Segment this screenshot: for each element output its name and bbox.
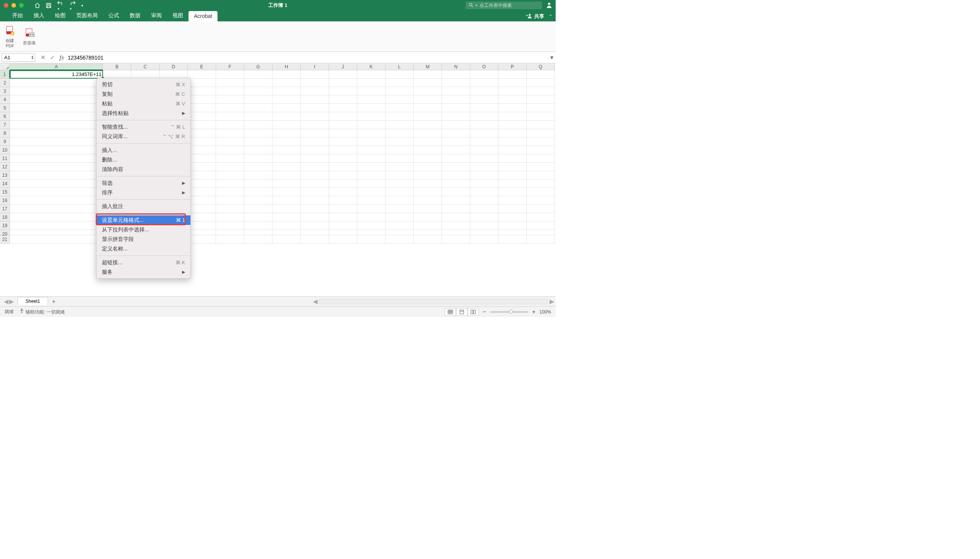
cell[interactable] [216, 79, 244, 87]
cell[interactable] [498, 87, 526, 96]
cell[interactable] [329, 137, 357, 146]
cell[interactable] [498, 79, 526, 87]
cell[interactable] [188, 112, 216, 121]
cell[interactable] [414, 154, 442, 163]
cell[interactable] [244, 188, 272, 196]
cell[interactable] [414, 96, 442, 104]
name-box[interactable]: A1 ▲▼ [2, 53, 35, 62]
cell[interactable] [470, 129, 498, 137]
cell[interactable] [10, 171, 103, 179]
tab-acrobat[interactable]: Acrobat [188, 11, 218, 22]
cell[interactable] [329, 70, 357, 79]
zoom-in-button[interactable]: + [532, 309, 535, 315]
context-menu-item[interactable]: 剪切⌘ X [97, 80, 190, 89]
cell[interactable] [188, 146, 216, 154]
cell[interactable] [498, 171, 526, 179]
cell[interactable] [526, 163, 555, 171]
cell[interactable] [244, 235, 272, 244]
cell[interactable] [357, 171, 385, 179]
cell[interactable] [498, 213, 526, 222]
cell[interactable] [414, 163, 442, 171]
cell[interactable] [385, 163, 414, 171]
zoom-slider-thumb[interactable] [509, 310, 513, 314]
cell[interactable] [526, 87, 555, 96]
cell[interactable] [272, 230, 301, 235]
cell[interactable] [442, 87, 470, 96]
column-header[interactable]: D [160, 63, 188, 70]
context-menu-item[interactable]: 选择性粘贴▶ [97, 108, 190, 118]
zoom-slider[interactable] [490, 311, 528, 313]
cell[interactable] [526, 235, 555, 244]
cell[interactable] [244, 196, 272, 205]
context-menu-item[interactable]: 插入... [97, 146, 190, 155]
formula-input[interactable]: 123456789101 [64, 55, 548, 61]
cell[interactable] [442, 222, 470, 230]
cell[interactable] [216, 196, 244, 205]
cell[interactable] [498, 179, 526, 188]
ribbon-collapse-icon[interactable]: ⌃ [549, 14, 553, 19]
cell[interactable] [329, 235, 357, 244]
context-menu-item[interactable]: 定义名称... [97, 244, 190, 253]
cancel-formula-icon[interactable]: ✕ [40, 54, 45, 61]
profile-icon[interactable] [546, 2, 553, 10]
cell[interactable] [10, 121, 103, 129]
column-header[interactable]: J [329, 63, 357, 70]
cell[interactable] [414, 171, 442, 179]
cell[interactable] [216, 205, 244, 213]
cell[interactable] [301, 104, 329, 112]
row-header[interactable]: 2 [0, 79, 10, 87]
cell[interactable] [301, 112, 329, 121]
cell[interactable] [526, 129, 555, 137]
tab-page-layout[interactable]: 页面布局 [71, 10, 103, 22]
cell[interactable] [301, 179, 329, 188]
cell[interactable] [244, 205, 272, 213]
cell[interactable] [357, 213, 385, 222]
cell[interactable] [216, 154, 244, 163]
tab-home[interactable]: 开始 [7, 10, 28, 22]
cell[interactable] [498, 230, 526, 235]
cell[interactable] [526, 70, 555, 79]
cell[interactable] [526, 96, 555, 104]
cell[interactable] [498, 196, 526, 205]
cell[interactable] [272, 154, 301, 163]
hscroll-right-icon[interactable]: ▶ [549, 298, 554, 305]
cell[interactable] [329, 146, 357, 154]
zoom-level[interactable]: 100% [539, 309, 551, 314]
row-header[interactable]: 1 [0, 70, 10, 79]
column-header[interactable]: B [103, 63, 131, 70]
cell[interactable] [188, 79, 216, 87]
row-header[interactable]: 13 [0, 171, 10, 179]
accessibility-status[interactable]: 辅助功能: 一切就绪 [19, 308, 65, 315]
cell[interactable] [385, 104, 414, 112]
cell[interactable] [329, 179, 357, 188]
cell[interactable] [470, 96, 498, 104]
column-header[interactable]: F [216, 63, 244, 70]
cell[interactable] [244, 222, 272, 230]
cell[interactable] [385, 235, 414, 244]
cell[interactable] [442, 163, 470, 171]
cell[interactable] [244, 104, 272, 112]
cell[interactable] [272, 163, 301, 171]
context-menu-item[interactable]: 从下拉列表中选择... [97, 225, 190, 235]
cell[interactable] [10, 129, 103, 137]
cell[interactable] [442, 146, 470, 154]
close-window-button[interactable] [4, 3, 8, 8]
cell[interactable] [188, 222, 216, 230]
cell[interactable] [385, 129, 414, 137]
name-box-stepper-icon[interactable]: ▲▼ [31, 55, 34, 60]
cell[interactable] [10, 154, 103, 163]
row-header[interactable]: 15 [0, 188, 10, 196]
cell[interactable]: 1.23457E+11 [10, 70, 103, 79]
cell[interactable] [216, 222, 244, 230]
sheet-tab[interactable]: Sheet1 [18, 297, 48, 305]
cell[interactable] [385, 146, 414, 154]
cell[interactable] [272, 112, 301, 121]
cell[interactable] [414, 104, 442, 112]
cell[interactable] [357, 70, 385, 79]
cell[interactable] [329, 171, 357, 179]
cell[interactable] [216, 87, 244, 96]
cell[interactable] [442, 104, 470, 112]
sheet-prev-icon[interactable]: ◀ [4, 298, 8, 305]
cell[interactable] [244, 146, 272, 154]
column-header[interactable]: H [272, 63, 301, 70]
